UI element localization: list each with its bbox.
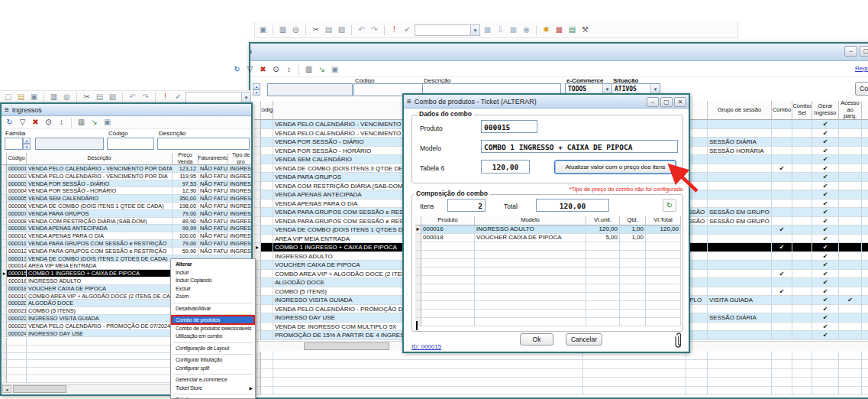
copy-icon[interactable]: ▤ (94, 92, 105, 102)
preview-icon[interactable]: ◎ (61, 92, 73, 102)
scroll-left-button[interactable]: ◂ (2, 385, 11, 393)
save-icon[interactable]: ▣ (28, 92, 40, 102)
minimize-button[interactable]: – (844, 46, 857, 57)
left-window-titlebar[interactable]: ≡ Ingressos (2, 104, 251, 116)
table-row[interactable]: 000012VENDA PARA GRUPOS COM SESSÃO e RES… (2, 248, 251, 255)
column-header[interactable] (254, 101, 261, 120)
familia-spinner[interactable]: ▴▾ (23, 138, 31, 150)
column-header[interactable]: Tipo de pro (228, 153, 251, 165)
exclaim-icon[interactable]: ! (389, 24, 400, 35)
cancel-button[interactable]: Cancelar (566, 333, 602, 345)
download-icon[interactable]: ⇩ (495, 24, 506, 35)
undo-icon[interactable]: ↶ (127, 92, 138, 102)
column-header[interactable]: Combo (772, 101, 792, 120)
menu-icon[interactable]: ≡ (5, 105, 9, 114)
column-header[interactable]: Vl.unit. (586, 216, 620, 225)
calendar-icon[interactable]: ▦ (553, 24, 565, 35)
id-link[interactable]: ID: 000015 (411, 343, 441, 350)
star-icon[interactable]: ✱ (540, 24, 552, 35)
table-row[interactable]: 000006VENDA DE COMBO (DOIS ITENS 1 QTDE … (2, 203, 251, 210)
close-button[interactable]: ✕ (674, 97, 686, 107)
export-icon[interactable]: ↘ (89, 117, 100, 128)
column-header[interactable]: Combo Sel (792, 101, 812, 120)
scrollbar-thumb[interactable] (304, 342, 389, 350)
menu-item[interactable]: Relativo ao▶ (172, 396, 254, 399)
familia-spinner[interactable]: ▴▾ (253, 83, 260, 96)
menu-item[interactable]: Alterar (172, 261, 254, 269)
save-icon[interactable]: ▣ (329, 64, 340, 75)
paste-icon[interactable]: ▧ (107, 92, 118, 102)
tools-icon[interactable]: ⚒ (579, 24, 591, 35)
dialog-titlebar[interactable]: ≡ Combo de produtos - Ticket (ALTERAR) –… (404, 95, 689, 109)
menu-item[interactable]: Incluir Copiando (172, 277, 254, 285)
cut-icon[interactable]: ✂ (310, 24, 321, 35)
table-row[interactable]: 000007VENDA PARA GRUPOS79,00NÃO FATURARI… (2, 210, 251, 218)
menu-item[interactable]: Utilização em combo (172, 332, 254, 341)
column-header[interactable]: Código (261, 101, 273, 120)
menu-item[interactable]: Configurar tributação (172, 356, 254, 365)
combo-item-row[interactable]: ▸000016INGRESSO ADULTO120,001,00120,00 (415, 225, 681, 234)
menu-item[interactable]: Incluir (172, 269, 254, 277)
combo-item-row[interactable]: 000018VOUCHER CAIXA DE PIPOCA5,001,00 (415, 234, 681, 242)
menu-item[interactable]: Excluir (172, 285, 254, 294)
atualizar-valor-button[interactable]: Atualizar valor com o preço dos itens (554, 160, 676, 174)
column-header[interactable]: Grupo de sessão (708, 101, 772, 120)
menu-item[interactable]: Desativar/Ativar (172, 305, 254, 313)
column-header[interactable]: Descrição (27, 153, 173, 165)
table-row[interactable]: 000008VENDA COM RESTRIÇÃO DIÁRIA (SAB-DO… (2, 218, 251, 225)
column-header[interactable]: Acesso ao parq. (839, 101, 862, 120)
consultar-button[interactable]: Co (855, 82, 868, 96)
column-header[interactable]: Qtd. (620, 216, 646, 225)
ok-button[interactable]: Ok (520, 333, 553, 345)
redo-icon[interactable]: ↷ (140, 92, 151, 102)
undo-icon[interactable]: ↶ (356, 24, 367, 35)
search-icon[interactable]: ⊙ (43, 117, 54, 128)
bg-window-titlebar[interactable]: Ingressos – ▢ (250, 44, 868, 61)
sort-icon[interactable]: ↕ (283, 64, 295, 75)
column-header[interactable]: Preço Venda (173, 153, 198, 165)
refresh-icon[interactable]: ↻ (4, 117, 15, 128)
confirm-icon[interactable]: ✔ (402, 24, 413, 35)
table-row[interactable]: 000004VENDA POR SESSÃO - HORÁRIO12,90NÃO… (2, 187, 251, 195)
menu-item[interactable]: Ticket Store▶ (172, 384, 254, 393)
familia-input[interactable] (5, 138, 23, 150)
modelo-field[interactable]: COMBO 1 INGRESSO + CAIXA DE PIPOCA (481, 140, 678, 153)
menu-item[interactable]: Configuração de Layout (172, 345, 254, 353)
codigo-input[interactable] (107, 138, 154, 150)
open-icon[interactable]: ▤ (15, 92, 27, 102)
print-icon[interactable]: ▥ (48, 92, 60, 102)
preview-icon[interactable]: ◎ (290, 24, 302, 35)
new-icon[interactable]: ▢ (2, 92, 14, 102)
menu-item[interactable]: Combo de produtos selecionáveis (172, 325, 254, 333)
book-icon[interactable]: ▤ (566, 24, 578, 35)
print-icon[interactable]: ▥ (303, 64, 315, 75)
menu-item[interactable]: Combo de produtos (172, 316, 254, 325)
column-header[interactable]: Vl.Total (646, 216, 681, 225)
save-icon[interactable]: ▣ (102, 117, 113, 128)
filter-icon[interactable]: ▽ (244, 64, 256, 75)
grid-icon[interactable]: ▦ (482, 24, 493, 35)
scrollbar-thumb[interactable] (13, 385, 66, 393)
redo-icon[interactable]: ↷ (369, 24, 380, 35)
tabela-valor-field[interactable]: 120,00 (481, 160, 530, 174)
paste-icon[interactable]: ▧ (336, 24, 347, 35)
register-link[interactable]: Regist (855, 65, 868, 72)
save-icon[interactable]: ▣ (257, 24, 269, 35)
clear-filter-icon[interactable]: ✖ (30, 117, 41, 128)
minimize-button[interactable]: – (647, 97, 659, 107)
produto-field[interactable]: 000015 (481, 120, 537, 133)
maximize-button[interactable]: ▢ (860, 46, 868, 57)
descricao-input[interactable] (157, 138, 250, 150)
refresh-icon[interactable]: ↻ (663, 199, 676, 212)
menu-item[interactable]: Gerenciar e-commerce (172, 376, 254, 384)
column-header[interactable]: Produto (421, 216, 475, 225)
export-icon[interactable]: ↘ (316, 64, 328, 75)
column-header[interactable]: Código (7, 153, 27, 165)
zoom-grid-icon[interactable]: ◉ (521, 24, 532, 35)
column-header[interactable]: C (862, 101, 868, 120)
clear-filter-icon[interactable]: ✖ (257, 64, 269, 75)
toolbar-combobox[interactable]: ▾ (415, 24, 480, 36)
table-row[interactable]: 000001VENDA PELO CALENDÁRIO - VENCIMENTO… (2, 165, 251, 173)
sort-icon[interactable]: ↕ (56, 117, 67, 128)
toolbar-combobox[interactable]: ▾ (186, 92, 251, 103)
